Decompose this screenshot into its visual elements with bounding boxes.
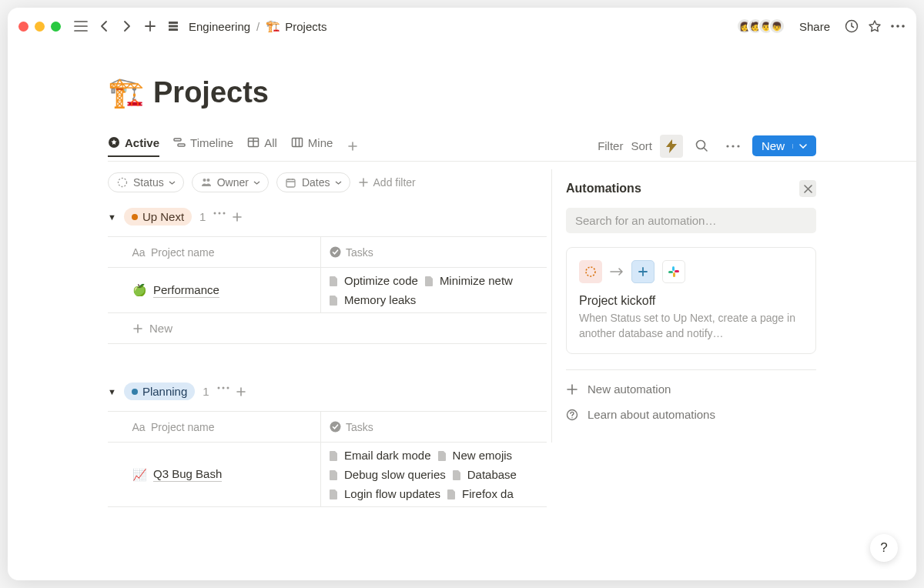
minimize-window-button[interactable] xyxy=(35,22,45,32)
help-label: ? xyxy=(880,540,887,556)
search-icon[interactable] xyxy=(691,135,714,158)
window-controls xyxy=(18,22,61,32)
clock-icon[interactable] xyxy=(844,18,859,34)
more-icon[interactable] xyxy=(890,18,906,34)
add-action-icon xyxy=(631,260,654,283)
new-button[interactable]: New xyxy=(752,135,816,156)
maximize-window-button[interactable] xyxy=(51,22,61,32)
task-chip[interactable]: Database xyxy=(452,468,517,481)
learn-automations-link[interactable]: Learn about automations xyxy=(552,402,816,427)
table-icon xyxy=(247,136,259,149)
chevron-down-icon[interactable] xyxy=(792,144,813,149)
svg-rect-32 xyxy=(675,270,679,272)
column-name[interactable]: Project name xyxy=(151,421,214,433)
svg-point-22 xyxy=(223,212,226,214)
new-row-button[interactable]: New xyxy=(108,313,547,344)
automations-icon[interactable] xyxy=(660,135,683,158)
page-icon xyxy=(329,276,340,286)
svg-point-17 xyxy=(203,179,206,182)
new-automation-label: New automation xyxy=(588,383,671,396)
project-name[interactable]: Q3 Bug Bash xyxy=(153,467,222,482)
svg-point-15 xyxy=(737,145,739,147)
svg-point-14 xyxy=(732,145,734,147)
filter-pill-owner[interactable]: Owner xyxy=(192,172,269,192)
tasks-cell[interactable]: Email dark mode New emojis Debug slow qu… xyxy=(320,443,547,506)
tab-active[interactable]: Active xyxy=(108,136,159,157)
svg-rect-8 xyxy=(174,139,181,141)
page-title[interactable]: Projects xyxy=(153,76,269,109)
collapse-toggle-icon[interactable]: ▼ xyxy=(108,387,116,396)
text-column-icon: Aa xyxy=(132,246,145,259)
filter-pill-dates[interactable]: Dates xyxy=(276,172,350,192)
svg-point-26 xyxy=(226,386,229,389)
page-icon xyxy=(329,489,340,499)
filter-button[interactable]: Filter xyxy=(598,139,623,152)
task-chip[interactable]: Optimize code xyxy=(329,274,418,287)
group-add-icon[interactable] xyxy=(232,212,243,222)
project-name[interactable]: Performance xyxy=(153,283,219,298)
breadcrumb-parent[interactable]: Engineering xyxy=(189,20,250,33)
svg-rect-11 xyxy=(292,139,302,147)
table-row[interactable]: 🍏 Performance Optimize code Minimize net… xyxy=(108,268,547,313)
status-dot-icon xyxy=(132,214,138,220)
page-icon xyxy=(452,469,463,480)
help-button[interactable]: ? xyxy=(870,534,898,562)
collapse-toggle-icon[interactable]: ▼ xyxy=(108,212,116,222)
page-icon xyxy=(329,450,340,461)
avatar[interactable]: 👦 xyxy=(768,18,785,35)
filter-pill-status[interactable]: Status xyxy=(108,172,184,192)
new-automation-button[interactable]: New automation xyxy=(552,376,816,402)
tab-mine[interactable]: Mine xyxy=(291,136,333,157)
page-icon xyxy=(329,469,340,480)
add-filter-button[interactable]: Add filter xyxy=(358,176,416,189)
task-chip[interactable]: New emojis xyxy=(437,449,513,462)
hamburger-menu-icon[interactable] xyxy=(73,18,89,34)
task-chip[interactable]: Memory leaks xyxy=(329,293,416,306)
share-button[interactable]: Share xyxy=(799,20,830,33)
project-emoji: 📈 xyxy=(132,468,147,482)
task-chip[interactable]: Login flow updates xyxy=(329,487,440,500)
task-chip[interactable]: Minimize netw xyxy=(424,274,513,287)
page-icon xyxy=(424,276,435,286)
tab-label: All xyxy=(264,136,277,149)
svg-point-24 xyxy=(217,386,219,389)
star-icon[interactable] xyxy=(867,18,882,34)
group-more-icon[interactable] xyxy=(213,212,226,222)
new-row-label: New xyxy=(149,322,172,335)
close-window-button[interactable] xyxy=(18,22,28,32)
tab-timeline[interactable]: Timeline xyxy=(173,136,233,157)
column-tasks[interactable]: Tasks xyxy=(346,246,373,259)
group-add-icon[interactable] xyxy=(236,386,246,397)
automation-card[interactable]: Project kickoff When Status set to Up Ne… xyxy=(566,247,816,354)
page-icon[interactable]: 🏗️ xyxy=(108,75,144,109)
task-chip[interactable]: Firefox da xyxy=(447,487,514,500)
svg-point-5 xyxy=(896,25,899,28)
status-tag-up-next[interactable]: Up Next xyxy=(124,208,192,226)
table-row[interactable]: 📈 Q3 Bug Bash Email dark mode New emojis… xyxy=(108,443,547,507)
tasks-cell[interactable]: Optimize code Minimize netw Memory leaks xyxy=(320,268,547,312)
column-tasks[interactable]: Tasks xyxy=(346,421,373,433)
more-options-icon[interactable] xyxy=(721,135,745,158)
task-chip[interactable]: Debug slow queries xyxy=(329,468,446,481)
add-view-icon[interactable] xyxy=(346,140,359,152)
table-header: Aa Project name Tasks xyxy=(108,412,547,443)
search-placeholder: Search for an automation… xyxy=(575,214,716,227)
layers-icon[interactable] xyxy=(166,18,181,34)
collaborator-avatars[interactable]: 👩 🧑 👨 👦 xyxy=(736,18,785,35)
sort-button[interactable]: Sort xyxy=(631,139,652,152)
task-chip[interactable]: Email dark mode xyxy=(329,449,431,462)
close-icon[interactable] xyxy=(799,180,816,197)
svg-point-21 xyxy=(219,212,221,214)
automation-search-input[interactable]: Search for an automation… xyxy=(566,208,816,233)
breadcrumb-current[interactable]: Projects xyxy=(285,20,326,33)
svg-rect-30 xyxy=(668,271,673,273)
column-name[interactable]: Project name xyxy=(151,246,214,259)
page-icon xyxy=(447,489,457,499)
breadcrumb[interactable]: Engineering / 🏗️ Projects xyxy=(189,19,326,33)
nav-forward-icon[interactable] xyxy=(119,18,135,34)
new-page-icon[interactable] xyxy=(142,18,158,34)
group-more-icon[interactable] xyxy=(217,386,229,397)
tab-all[interactable]: All xyxy=(247,136,277,157)
nav-back-icon[interactable] xyxy=(96,18,112,34)
status-tag-planning[interactable]: Planning xyxy=(124,383,195,400)
